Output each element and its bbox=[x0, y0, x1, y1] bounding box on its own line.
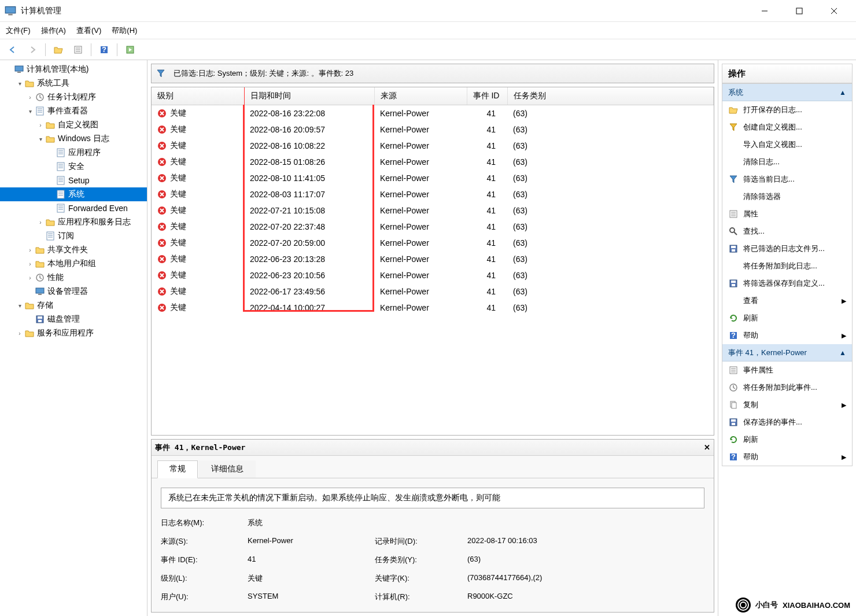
action-item[interactable]: 将任务附加到此事件... bbox=[722, 379, 852, 396]
tree-item[interactable]: Setup bbox=[0, 174, 147, 187]
action-item[interactable]: 导入自定义视图... bbox=[722, 136, 852, 153]
tree-item[interactable]: 系统 bbox=[0, 187, 147, 201]
table-row[interactable]: 关键 2022-07-21 10:15:08Kernel-Power41(63) bbox=[152, 202, 714, 219]
tree-arrow-icon[interactable]: › bbox=[36, 120, 45, 130]
action-item[interactable]: 属性 bbox=[722, 205, 852, 223]
action-item[interactable]: 事件属性 bbox=[722, 362, 852, 379]
tree-arrow-icon[interactable] bbox=[46, 148, 56, 157]
table-row[interactable]: 关键 2022-08-16 20:09:57Kernel-Power41(63) bbox=[152, 121, 714, 138]
back-button[interactable] bbox=[5, 42, 21, 58]
action-item[interactable]: 保存选择的事件... bbox=[722, 414, 852, 431]
event-table[interactable]: 级别日期和时间来源事件 ID任务类别 关键 2022-08-16 23:22:0… bbox=[151, 87, 714, 436]
menu-help[interactable]: 帮助(H) bbox=[112, 25, 137, 36]
table-row[interactable]: 关键 2022-06-17 23:49:56Kernel-Power41(63) bbox=[152, 283, 714, 300]
help-toolbar-button[interactable] bbox=[96, 42, 112, 58]
table-row[interactable]: 关键 2022-08-03 11:17:07Kernel-Power41(63) bbox=[152, 186, 714, 202]
action-item[interactable]: 查找... bbox=[722, 223, 852, 240]
tree-item[interactable]: 应用程序 bbox=[0, 146, 147, 160]
tree-item[interactable]: › 本地用户和组 bbox=[0, 257, 147, 271]
tree-item[interactable]: ▾ 存储 bbox=[0, 298, 147, 312]
actions-section2-header[interactable]: 事件 41，Kernel-Power ▲ bbox=[722, 344, 852, 362]
tree-item[interactable]: 磁盘管理 bbox=[0, 312, 147, 326]
action-item[interactable]: 将任务附加到此日志... bbox=[722, 257, 852, 275]
table-row[interactable]: 关键 2022-06-23 20:10:56Kernel-Power41(63) bbox=[152, 267, 714, 283]
preview-button[interactable] bbox=[122, 42, 138, 58]
tree-item[interactable]: › 自定义视图 bbox=[0, 118, 147, 132]
action-item[interactable]: 打开保存的日志... bbox=[722, 101, 852, 119]
tree-item[interactable]: › 服务和应用程序 bbox=[0, 326, 147, 340]
tree-item[interactable]: › 共享文件夹 bbox=[0, 243, 147, 257]
menu-action[interactable]: 操作(A) bbox=[41, 25, 66, 36]
tab-details[interactable]: 详细信息 bbox=[199, 460, 256, 478]
tree-arrow-icon[interactable]: › bbox=[25, 245, 35, 254]
tree-arrow-icon[interactable] bbox=[46, 204, 56, 213]
minimize-button[interactable] bbox=[747, 0, 782, 22]
action-item[interactable]: 将已筛选的日志文件另... bbox=[722, 240, 852, 257]
tree-arrow-icon[interactable]: ▾ bbox=[15, 79, 24, 88]
action-item[interactable]: 筛选当前日志... bbox=[722, 171, 852, 188]
tree-arrow-icon[interactable] bbox=[25, 315, 35, 324]
table-row[interactable]: 关键 2022-08-10 11:41:05Kernel-Power41(63) bbox=[152, 170, 714, 186]
table-row[interactable]: 关键 2022-07-20 22:37:48Kernel-Power41(63) bbox=[152, 219, 714, 235]
tree-item[interactable]: 订阅 bbox=[0, 229, 147, 243]
tree-arrow-icon[interactable]: › bbox=[15, 329, 24, 338]
action-item[interactable]: 复制 ▶ bbox=[722, 396, 852, 414]
column-header[interactable]: 事件 ID bbox=[467, 87, 507, 105]
action-item[interactable]: 帮助 ▶ bbox=[722, 327, 852, 344]
menu-view[interactable]: 查看(V) bbox=[76, 25, 101, 36]
table-row[interactable]: 关键 2022-04-14 10:00:27Kernel-Power41(63) bbox=[152, 300, 714, 316]
tree-arrow-icon[interactable]: › bbox=[25, 273, 35, 282]
table-row[interactable]: 关键 2022-06-23 20:13:28Kernel-Power41(63) bbox=[152, 251, 714, 267]
column-header[interactable]: 级别 bbox=[152, 87, 244, 105]
tree-item[interactable]: 安全 bbox=[0, 160, 147, 174]
action-item[interactable]: 将筛选器保存到自定义... bbox=[722, 275, 852, 292]
tree-item[interactable]: › 任务计划程序 bbox=[0, 90, 147, 104]
menu-file[interactable]: 文件(F) bbox=[6, 25, 31, 36]
tree-arrow-icon[interactable] bbox=[46, 190, 56, 199]
tree-item[interactable]: ▾ 事件查看器 bbox=[0, 104, 147, 118]
tree-arrow-icon[interactable] bbox=[46, 162, 56, 171]
tree-arrow-icon[interactable]: ▾ bbox=[15, 301, 24, 310]
tree-item[interactable]: 设备管理器 bbox=[0, 285, 147, 298]
tree-arrow-icon[interactable]: › bbox=[36, 217, 45, 227]
action-item[interactable]: 刷新 bbox=[722, 431, 852, 448]
tree-arrow-icon[interactable] bbox=[46, 176, 56, 185]
action-item[interactable]: 帮助 ▶ bbox=[722, 448, 852, 466]
properties-button[interactable] bbox=[70, 42, 86, 58]
table-row[interactable]: 关键 2022-08-15 01:08:26Kernel-Power41(63) bbox=[152, 154, 714, 170]
tree-arrow-icon[interactable]: › bbox=[25, 93, 35, 102]
maximize-button[interactable] bbox=[782, 0, 817, 22]
tab-general[interactable]: 常规 bbox=[157, 460, 198, 478]
tree-item[interactable]: ▾ 系统工具 bbox=[0, 76, 147, 90]
tree-arrow-icon[interactable] bbox=[36, 231, 45, 241]
tree-arrow-icon[interactable] bbox=[25, 287, 35, 296]
tree-item[interactable]: 计算机管理(本地) bbox=[0, 62, 147, 76]
action-item[interactable]: 清除筛选器 bbox=[722, 188, 852, 205]
action-item[interactable]: 清除日志... bbox=[722, 153, 852, 171]
tree-arrow-icon[interactable]: ▾ bbox=[25, 106, 35, 116]
column-header[interactable]: 任务类别 bbox=[507, 87, 714, 105]
column-header[interactable]: 日期和时间 bbox=[244, 87, 374, 105]
actions-section1-header[interactable]: 系统 ▲ bbox=[722, 84, 852, 101]
up-button[interactable] bbox=[50, 42, 67, 58]
collapse-icon[interactable]: ▲ bbox=[839, 88, 846, 97]
table-row[interactable]: 关键 2022-08-16 10:08:22Kernel-Power41(63) bbox=[152, 138, 714, 154]
table-row[interactable]: 关键 2022-08-16 23:22:08Kernel-Power41(63) bbox=[152, 105, 714, 122]
detail-close-icon[interactable]: ✕ bbox=[704, 443, 710, 452]
collapse-icon[interactable]: ▲ bbox=[839, 349, 846, 357]
action-item[interactable]: 查看 ▶ bbox=[722, 292, 852, 309]
close-button[interactable] bbox=[817, 0, 851, 22]
forward-button[interactable] bbox=[24, 42, 40, 58]
tree-item[interactable]: › 应用程序和服务日志 bbox=[0, 215, 147, 229]
tree-pane[interactable]: 计算机管理(本地) ▾ 系统工具 › 任务计划程序 ▾ 事件查看器 › 自定义视… bbox=[0, 60, 147, 616]
tree-arrow-icon[interactable]: ▾ bbox=[36, 134, 45, 143]
action-item[interactable]: 创建自定义视图... bbox=[722, 119, 852, 136]
action-item[interactable]: 刷新 bbox=[722, 309, 852, 327]
tree-item[interactable]: › 性能 bbox=[0, 271, 147, 285]
tree-arrow-icon[interactable]: › bbox=[25, 259, 35, 268]
tree-item[interactable]: ▾ Windows 日志 bbox=[0, 132, 147, 146]
tree-arrow-icon[interactable] bbox=[5, 65, 14, 74]
tree-item[interactable]: Forwarded Even bbox=[0, 201, 147, 215]
table-row[interactable]: 关键 2022-07-20 20:59:00Kernel-Power41(63) bbox=[152, 235, 714, 251]
column-header[interactable]: 来源 bbox=[374, 87, 467, 105]
